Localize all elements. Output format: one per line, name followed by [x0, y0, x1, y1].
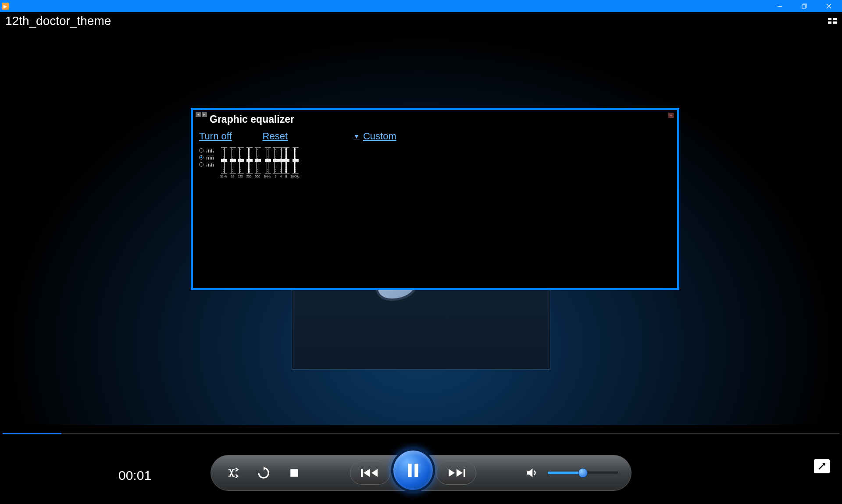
svg-rect-7: [464, 469, 465, 477]
equalizer-band-thumb-1[interactable]: [230, 159, 236, 162]
seek-bar[interactable]: [0, 429, 842, 438]
equalizer-band-0: 31Hz: [220, 147, 227, 178]
equalizer-band-label-2: 125: [238, 175, 243, 178]
equalizer-band-1: 62: [231, 147, 234, 178]
shuffle-button[interactable]: [224, 464, 242, 482]
equalizer-scope-selectors: [199, 147, 214, 167]
equalizer-nav: ◄ ►: [196, 112, 207, 117]
close-button[interactable]: [817, 0, 841, 12]
svg-rect-0: [778, 6, 782, 7]
seek-track: [3, 433, 839, 434]
equalizer-turnoff-link[interactable]: Turn off: [199, 131, 232, 142]
equalizer-reset-link[interactable]: Reset: [263, 131, 288, 142]
seek-fill: [3, 433, 61, 434]
equalizer-scope-option-2[interactable]: [199, 162, 214, 167]
equalizer-band-thumb-8[interactable]: [283, 159, 289, 162]
equalizer-band-label-5: 1KHz: [264, 175, 271, 178]
svg-rect-6: [414, 464, 418, 477]
equalizer-preset-dropdown[interactable]: ▼ Custom: [353, 131, 396, 142]
stop-button[interactable]: [285, 464, 303, 482]
equalizer-header: ◄ ► × Graphic equalizer: [195, 112, 675, 128]
equalizer-band-label-7: 4: [280, 175, 282, 178]
volume-thumb[interactable]: [578, 468, 588, 478]
equalizer-band-label-0: 31Hz: [220, 175, 227, 178]
repeat-button[interactable]: [255, 464, 272, 482]
equalizer-sliders: 31Hz621252505001KHz24816KHz: [220, 147, 300, 178]
fullscreen-button[interactable]: [814, 459, 830, 473]
svg-rect-5: [408, 464, 411, 477]
elapsed-time-label: 00:01: [118, 468, 151, 483]
equalizer-title: Graphic equalizer: [210, 114, 671, 125]
minimize-button[interactable]: [767, 0, 792, 12]
transport-pill: [210, 455, 632, 491]
equalizer-scope-option-1[interactable]: [199, 155, 214, 160]
next-button[interactable]: [436, 461, 476, 485]
equalizer-band-thumb-4[interactable]: [255, 159, 261, 162]
equalizer-band-slider-3[interactable]: [248, 147, 250, 174]
volume-slider[interactable]: [548, 472, 618, 474]
equalizer-band-7: 4: [280, 147, 282, 178]
equalizer-band-thumb-9[interactable]: [293, 159, 299, 162]
equalizer-band-6: 2: [275, 147, 276, 178]
equalizer-close-button[interactable]: ×: [668, 113, 674, 118]
equalizer-band-label-1: 62: [231, 175, 234, 178]
equalizer-band-2: 125: [238, 147, 243, 178]
equalizer-band-slider-8[interactable]: [285, 147, 287, 174]
equalizer-band-slider-7[interactable]: [280, 147, 282, 174]
equalizer-band-slider-9[interactable]: [294, 147, 296, 174]
volume-control: [523, 464, 618, 482]
equalizer-band-label-9: 16KHz: [290, 175, 300, 178]
equalizer-preset-label: Custom: [363, 131, 396, 142]
switch-to-library-button[interactable]: [828, 18, 837, 24]
app-icon: ▶: [2, 3, 9, 10]
svg-rect-2: [802, 5, 806, 8]
play-pause-button[interactable]: [391, 448, 435, 492]
equalizer-band-slider-2[interactable]: [239, 147, 241, 174]
equalizer-next-enhancement-button[interactable]: ►: [202, 112, 207, 117]
svg-rect-4: [361, 469, 363, 477]
equalizer-band-slider-1[interactable]: [232, 147, 233, 174]
equalizer-band-4: 500: [255, 147, 260, 178]
window-controls: [767, 0, 841, 12]
equalizer-scope-option-0[interactable]: [199, 148, 214, 153]
equalizer-band-label-4: 500: [255, 175, 260, 178]
svg-rect-3: [290, 469, 298, 477]
equalizer-band-3: 250: [246, 147, 252, 178]
equalizer-band-thumb-5[interactable]: [265, 159, 271, 162]
equalizer-band-label-6: 2: [275, 175, 276, 178]
equalizer-band-slider-6[interactable]: [275, 147, 276, 174]
player-header: 12th_doctor_theme: [0, 12, 842, 30]
equalizer-prev-enhancement-button[interactable]: ◄: [196, 112, 201, 117]
equalizer-band-5: 1KHz: [264, 147, 271, 178]
equalizer-band-slider-4[interactable]: [257, 147, 258, 174]
equalizer-band-8: 8: [285, 147, 287, 178]
equalizer-band-9: 16KHz: [290, 147, 300, 178]
equalizer-actions: Turn off Reset ▼ Custom: [195, 128, 675, 147]
maximize-button[interactable]: [792, 0, 817, 12]
equalizer-band-slider-0[interactable]: [223, 147, 225, 174]
previous-button[interactable]: [350, 461, 390, 485]
window-titlebar: ▶: [0, 0, 842, 12]
visualization-pane: ◄ ► × Graphic equalizer Turn off Reset ▼…: [0, 30, 842, 425]
dropdown-arrow-icon: ▼: [353, 133, 360, 140]
track-title: 12th_doctor_theme: [5, 14, 111, 28]
titlebar-left: ▶: [1, 3, 9, 10]
graphic-equalizer-panel: ◄ ► × Graphic equalizer Turn off Reset ▼…: [191, 108, 679, 290]
equalizer-band-thumb-3[interactable]: [246, 159, 253, 162]
mute-button[interactable]: [523, 464, 541, 482]
equalizer-band-label-8: 8: [285, 175, 287, 178]
equalizer-band-thumb-2[interactable]: [238, 159, 244, 162]
playback-controls-bar: 00:01: [0, 438, 842, 504]
equalizer-band-label-3: 250: [246, 175, 252, 178]
equalizer-band-slider-5[interactable]: [267, 147, 268, 174]
equalizer-band-thumb-0[interactable]: [221, 159, 227, 162]
